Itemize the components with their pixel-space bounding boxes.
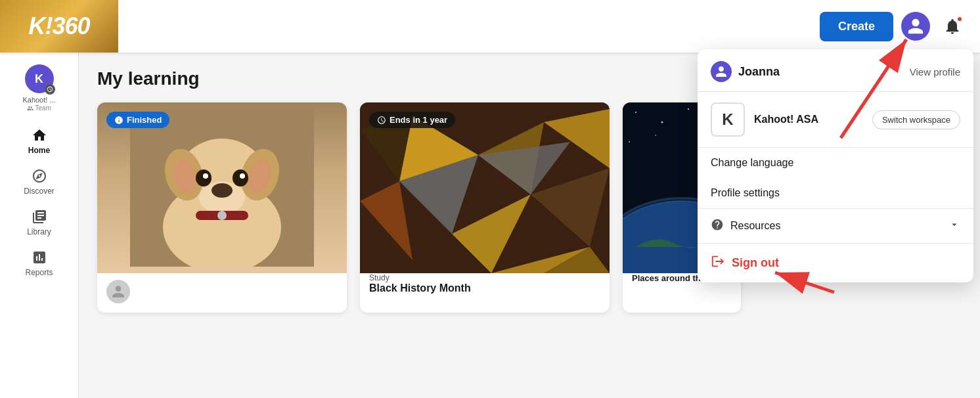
logo[interactable]: K!360: [0, 0, 118, 53]
switch-workspace-button[interactable]: Switch workspace: [872, 110, 960, 129]
svg-point-9: [196, 169, 212, 187]
svg-point-10: [233, 169, 248, 187]
sidebar-label-home: Home: [28, 146, 50, 155]
svg-point-12: [240, 173, 245, 179]
card-finished-badge: Finished: [106, 112, 169, 128]
sidebar-item-home[interactable]: Home: [0, 121, 78, 162]
user-avatar-button[interactable]: [901, 12, 930, 41]
sidebar-item-library[interactable]: Library: [0, 202, 78, 243]
origami-visual: [360, 102, 610, 273]
card-image-origami: Ends in 1 year: [360, 102, 610, 273]
workspace-k-box: K: [711, 102, 745, 137]
sign-out-label: Sign out: [732, 256, 779, 270]
svg-point-28: [635, 112, 636, 113]
workspace-sub: Team: [27, 104, 51, 112]
svg-point-34: [655, 135, 656, 136]
sidebar: K Kahoot! ... Team Home Discover Library: [0, 53, 79, 398]
svg-point-14: [217, 211, 227, 220]
notifications-button[interactable]: [938, 12, 967, 41]
card-content-2: Study Black History Month: [360, 273, 610, 303]
user-small-icon: [111, 284, 125, 299]
sign-out-item[interactable]: Sign out: [698, 243, 973, 282]
library-icon: [32, 209, 47, 225]
sidebar-item-discover[interactable]: Discover: [0, 162, 78, 202]
dropdown-user-icon: [715, 65, 728, 78]
svg-point-11: [203, 173, 208, 179]
dropdown-menu: Joanna View profile K Kahoot! ASA Switch…: [698, 49, 973, 282]
card-title-2: Black History Month: [369, 282, 600, 294]
ends-label: Ends in 1 year: [390, 115, 447, 125]
dropdown-header: Joanna View profile: [698, 49, 973, 91]
resources-label: Resources: [730, 220, 780, 232]
puppy-visual: [97, 102, 347, 273]
card-study[interactable]: Ends in 1 year Study Black History Month: [360, 102, 610, 313]
notification-badge: [956, 16, 963, 22]
sidebar-label-discover: Discover: [24, 187, 55, 196]
change-language-item[interactable]: Change language: [698, 148, 973, 178]
workspace-row: K Kahoot! ASA Switch workspace: [698, 92, 973, 147]
svg-point-33: [629, 141, 630, 143]
sidebar-label-library: Library: [27, 227, 51, 236]
card-finished[interactable]: Finished: [97, 102, 347, 313]
chevron-down-icon: [948, 219, 960, 233]
reports-icon: [32, 250, 47, 265]
card-ends-badge: Ends in 1 year: [369, 112, 455, 128]
discover-icon: [32, 168, 47, 184]
profile-settings-item[interactable]: Profile settings: [698, 178, 973, 208]
home-icon: [32, 127, 47, 143]
profile-settings-label: Profile settings: [711, 187, 780, 199]
dropdown-user-avatar: [711, 61, 732, 82]
sidebar-workspace[interactable]: K Kahoot! ... Team: [0, 58, 78, 118]
dropdown-username: Joanna: [738, 65, 780, 79]
team-icon: [27, 105, 33, 112]
card-avatar-small: [106, 280, 130, 303]
workspace-company: Kahoot! ASA: [754, 114, 863, 125]
help-icon: [711, 218, 724, 231]
info-icon: [114, 116, 123, 125]
card-study-label: Study: [369, 273, 600, 282]
resources-item[interactable]: Resources: [698, 209, 973, 243]
card-image-puppy: Finished: [97, 102, 347, 273]
change-language-label: Change language: [711, 157, 793, 169]
puppy-svg: [130, 109, 314, 267]
workspace-clock-icon: [45, 84, 55, 95]
svg-point-30: [688, 108, 689, 110]
finished-label: Finished: [127, 115, 162, 125]
create-button[interactable]: Create: [820, 12, 893, 41]
workspace-avatar: K: [25, 64, 54, 93]
logout-icon: [711, 254, 725, 269]
origami-svg: [360, 102, 610, 273]
view-profile-link[interactable]: View profile: [910, 66, 960, 77]
sidebar-item-reports[interactable]: Reports: [0, 243, 78, 284]
sign-out-icon: [711, 254, 725, 272]
user-icon: [906, 17, 925, 35]
sidebar-label-reports: Reports: [25, 268, 53, 277]
workspace-name: Kahoot! ...: [22, 96, 55, 104]
svg-point-29: [661, 122, 663, 123]
header: K!360 Create: [0, 0, 980, 53]
card-footer-1: [97, 273, 347, 313]
dropdown-user: Joanna: [711, 61, 780, 82]
workspace-info: Kahoot! ASA: [754, 114, 863, 125]
logo-text: K!360: [28, 12, 89, 40]
clock-badge-icon: [377, 116, 386, 125]
svg-point-8: [212, 183, 233, 198]
